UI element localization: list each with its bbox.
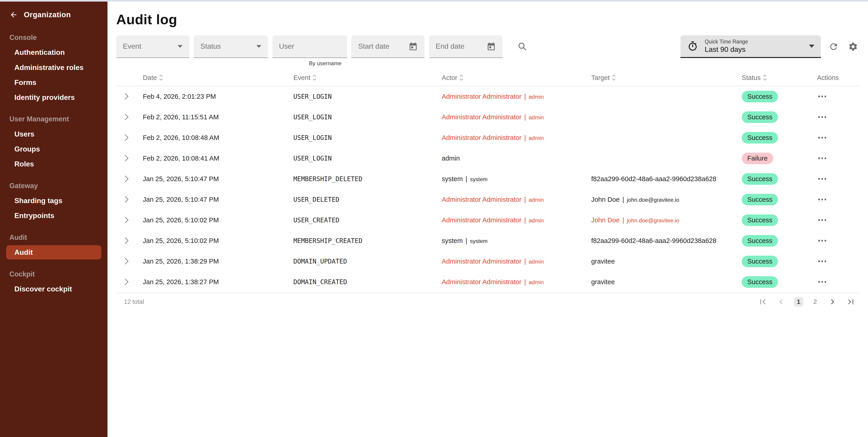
status-badge: Failure bbox=[742, 153, 773, 164]
sidebar-item-identity-providers[interactable]: Identity providers bbox=[6, 90, 101, 105]
row-actions-button[interactable] bbox=[817, 114, 827, 120]
audit-actor[interactable]: Administrator Administrator|admin bbox=[442, 113, 591, 121]
status-badge: Success bbox=[742, 194, 778, 205]
last-page-icon bbox=[846, 297, 856, 307]
nav-section-label-user-management: User Management bbox=[0, 112, 107, 126]
filter-bar: Event Status By username bbox=[116, 35, 860, 58]
page-button-2[interactable]: 2 bbox=[810, 297, 820, 307]
audit-target: f82aa299-60d2-48a6-aaa2-9960d238a628 bbox=[591, 175, 742, 183]
stopwatch-icon bbox=[687, 41, 698, 51]
status-badge: Success bbox=[742, 235, 778, 246]
sidebar-item-groups[interactable]: Groups bbox=[6, 142, 101, 156]
refresh-icon bbox=[829, 42, 839, 52]
column-header-actor[interactable]: Actor bbox=[442, 74, 591, 82]
calendar-icon[interactable] bbox=[487, 42, 496, 51]
audit-actor[interactable]: Administrator Administrator|admin bbox=[442, 257, 591, 265]
sidebar-item-administrative-roles[interactable]: Administrative roles bbox=[6, 60, 101, 75]
gear-icon bbox=[848, 42, 858, 52]
row-actions-button[interactable] bbox=[817, 155, 827, 161]
status-badge: Success bbox=[742, 173, 778, 185]
quick-time-range-select[interactable]: Quick Time Range Last 90 days bbox=[680, 35, 821, 58]
expand-row-icon[interactable] bbox=[124, 114, 129, 120]
refresh-button[interactable] bbox=[827, 40, 840, 53]
audit-actor: system|system bbox=[442, 237, 591, 244]
audit-date: Jan 25, 2026, 5:10:02 PM bbox=[143, 216, 293, 224]
table-header-row: Date Event Actor Target Status Actions bbox=[116, 69, 860, 86]
column-header-date[interactable]: Date bbox=[143, 74, 293, 82]
sidebar-back-button[interactable]: Organization bbox=[0, 2, 107, 19]
expand-row-icon[interactable] bbox=[124, 134, 129, 141]
sidebar-item-audit[interactable]: Audit bbox=[6, 245, 101, 260]
table-row: Jan 25, 2026, 5:10:02 PMMEMBERSHIP_CREAT… bbox=[116, 231, 860, 251]
page-button-1[interactable]: 1 bbox=[794, 297, 803, 307]
chevron-down-icon bbox=[809, 45, 814, 48]
nav-section-label-cockpit: Cockpit bbox=[0, 267, 107, 281]
sidebar: Organization ConsoleAuthenticationAdmini… bbox=[0, 2, 107, 437]
last-page-button[interactable] bbox=[845, 296, 857, 308]
next-page-button[interactable] bbox=[827, 296, 838, 308]
search-button[interactable] bbox=[516, 40, 529, 53]
row-actions-button[interactable] bbox=[817, 135, 827, 141]
expand-row-icon[interactable] bbox=[124, 175, 129, 182]
status-badge: Success bbox=[742, 214, 778, 226]
chevron-down-icon bbox=[256, 45, 261, 48]
audit-actor[interactable]: Administrator Administrator|admin bbox=[442, 134, 591, 142]
audit-date: Feb 2, 2026, 10:08:48 AM bbox=[143, 134, 293, 142]
first-page-button[interactable] bbox=[757, 296, 769, 308]
quick-time-range-value: Last 90 days bbox=[705, 45, 806, 54]
sort-icon bbox=[159, 74, 163, 81]
row-actions-button[interactable] bbox=[817, 237, 827, 244]
audit-target: John Doe|john.doe@gravitee.io bbox=[591, 196, 742, 203]
audit-target: f82aa299-60d2-48a6-aaa2-9960d238a628 bbox=[591, 237, 742, 244]
expand-row-icon[interactable] bbox=[124, 279, 129, 285]
sidebar-item-users[interactable]: Users bbox=[6, 127, 101, 141]
audit-actor[interactable]: Administrator Administrator|admin bbox=[442, 216, 591, 224]
settings-button[interactable] bbox=[846, 40, 860, 53]
expand-row-icon[interactable] bbox=[124, 217, 129, 223]
previous-page-button[interactable] bbox=[775, 296, 786, 308]
audit-target[interactable]: John Doe|john.doe@gravitee.io bbox=[591, 216, 742, 224]
column-header-target[interactable]: Target bbox=[591, 74, 742, 82]
expand-row-icon[interactable] bbox=[124, 93, 129, 99]
audit-actor[interactable]: Administrator Administrator|admin bbox=[442, 93, 591, 100]
status-filter-select[interactable]: Status bbox=[194, 35, 268, 58]
sidebar-item-discover-cockpit[interactable]: Discover cockpit bbox=[6, 282, 101, 296]
end-date-field bbox=[429, 35, 502, 58]
sidebar-item-authentication[interactable]: Authentication bbox=[6, 45, 101, 60]
table-row: Feb 2, 2026, 10:08:41 AMUSER_LOGINadminF… bbox=[116, 148, 860, 169]
row-actions-button[interactable] bbox=[817, 279, 827, 285]
audit-date: Jan 25, 2026, 5:10:47 PM bbox=[143, 196, 293, 203]
table-row: Jan 25, 2026, 1:38:29 PMDOMAIN_UPDATEDAd… bbox=[116, 251, 860, 272]
sidebar-item-entrypoints[interactable]: Entrypoints bbox=[6, 208, 101, 223]
total-count: 12 total bbox=[116, 298, 144, 305]
row-actions-button[interactable] bbox=[817, 93, 827, 99]
row-actions-button[interactable] bbox=[817, 176, 827, 182]
expand-row-icon[interactable] bbox=[124, 237, 129, 244]
user-filter-input[interactable] bbox=[279, 42, 341, 51]
row-actions-button[interactable] bbox=[817, 196, 827, 202]
sidebar-back-label: Organization bbox=[24, 10, 71, 19]
sidebar-item-sharding-tags[interactable]: Sharding tags bbox=[6, 194, 101, 208]
row-actions-button[interactable] bbox=[817, 217, 827, 223]
audit-actor[interactable]: Administrator Administrator|admin bbox=[442, 196, 591, 203]
table-footer: 12 total 1 2 bbox=[116, 293, 860, 311]
row-actions-button[interactable] bbox=[817, 258, 827, 264]
sidebar-item-forms[interactable]: Forms bbox=[6, 75, 101, 90]
column-header-status[interactable]: Status bbox=[742, 74, 817, 82]
paginator: 1 2 bbox=[757, 296, 860, 308]
page-title: Audit log bbox=[116, 11, 860, 27]
event-filter-select[interactable]: Event bbox=[116, 35, 189, 58]
column-header-event[interactable]: Event bbox=[293, 74, 442, 82]
expand-row-icon[interactable] bbox=[124, 196, 129, 203]
user-filter-field: By username bbox=[273, 35, 347, 58]
table-row: Jan 25, 2026, 1:38:27 PMDOMAIN_CREATEDAd… bbox=[116, 272, 860, 292]
start-date-input[interactable] bbox=[358, 42, 405, 51]
expand-row-icon[interactable] bbox=[124, 155, 129, 162]
table-row: Jan 25, 2026, 5:10:47 PMUSER_DELETEDAdmi… bbox=[116, 189, 860, 210]
calendar-icon[interactable] bbox=[408, 42, 418, 51]
nav-section-label-audit: Audit bbox=[0, 230, 107, 244]
end-date-input[interactable] bbox=[436, 42, 483, 51]
audit-actor[interactable]: Administrator Administrator|admin bbox=[442, 278, 591, 286]
sidebar-item-roles[interactable]: Roles bbox=[6, 157, 101, 171]
expand-row-icon[interactable] bbox=[124, 258, 129, 264]
